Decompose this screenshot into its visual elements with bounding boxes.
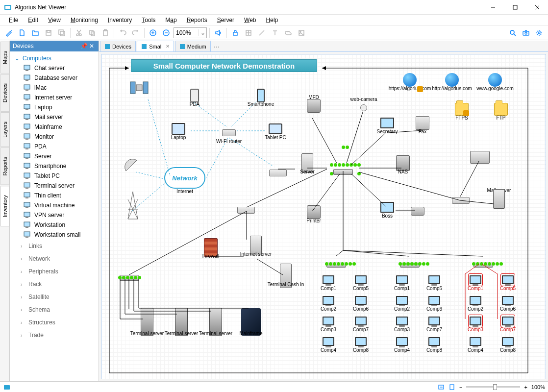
vtab-reports[interactable]: Reports — [0, 147, 9, 185]
tab-small[interactable]: Small✕ — [137, 41, 174, 51]
close-button[interactable] — [526, 0, 548, 15]
tree-group[interactable]: ›Schema — [10, 303, 99, 316]
vtab-maps[interactable]: Maps — [0, 42, 9, 74]
node-satellite[interactable] — [124, 79, 155, 97]
network-canvas[interactable]: Small Computer Network Demonstration htt… — [101, 54, 546, 379]
node-switch-g3[interactable] — [466, 256, 500, 274]
tab-devices[interactable]: Devices — [100, 41, 136, 51]
node-computer[interactable]: Comp1 — [316, 274, 341, 291]
wizard-button[interactable] — [3, 27, 15, 39]
node-phone[interactable] — [405, 205, 430, 217]
announce-button[interactable] — [212, 27, 224, 39]
node-computer[interactable]: Comp7 — [349, 315, 373, 332]
web-link[interactable]: https://algorius.com — [398, 74, 422, 91]
tree-item[interactable]: Terminal server — [10, 181, 99, 191]
node-antenna[interactable] — [117, 196, 149, 214]
copy-button[interactable] — [86, 27, 98, 39]
node-mfd[interactable]: MFD — [301, 95, 326, 112]
node-nas[interactable]: NAS — [391, 157, 415, 174]
node-computer[interactable]: Comp2 — [316, 294, 341, 312]
node-computer[interactable]: Comp8 — [422, 336, 447, 353]
node-computer[interactable]: Comp1 — [390, 274, 414, 291]
tree-item[interactable]: Server — [10, 151, 99, 161]
web-link[interactable]: www.google.com — [483, 74, 507, 91]
tree-item[interactable]: Workstation small — [10, 230, 99, 240]
node-computer[interactable]: Comp7 — [422, 315, 447, 332]
tree-group[interactable]: ›Links — [10, 240, 99, 252]
zoom-slider[interactable] — [466, 386, 520, 388]
node-mainframe[interactable]: Mainframe — [234, 313, 268, 336]
node-secretary[interactable]: Secretary — [375, 117, 399, 134]
node-computer[interactable]: Comp3 — [463, 315, 488, 332]
node-computer[interactable]: Comp3 — [390, 315, 414, 332]
tree-item[interactable]: Thin client — [10, 191, 99, 200]
fit-page-icon[interactable] — [448, 384, 455, 391]
tree-item[interactable]: Virtual machine — [10, 200, 99, 210]
screenshot-button[interactable] — [520, 27, 532, 39]
redo-button[interactable] — [130, 27, 142, 39]
tree-group[interactable]: ›Peripherals — [10, 265, 99, 278]
menu-monitoring[interactable]: Monitoring — [66, 15, 103, 25]
save-all-button[interactable] — [56, 27, 68, 39]
menu-web[interactable]: Web — [239, 15, 261, 25]
lock-button[interactable] — [229, 27, 241, 39]
node-laptop[interactable]: Laptop — [166, 123, 191, 140]
node-fax[interactable]: Fax — [410, 117, 435, 134]
node-dish[interactable] — [116, 157, 148, 175]
grid-button[interactable] — [243, 27, 254, 39]
close-tab-icon[interactable]: ✕ — [166, 44, 170, 49]
tree-item[interactable]: Chat server — [10, 63, 99, 73]
node-computer[interactable]: Comp6 — [496, 294, 520, 312]
node-computer[interactable]: Comp8 — [496, 336, 520, 353]
node-computer[interactable]: Comp4 — [390, 336, 414, 353]
zoom-out-button[interactable] — [160, 27, 172, 39]
node-computer[interactable]: Comp1 — [463, 274, 488, 291]
node-switch-g2[interactable] — [393, 256, 427, 274]
vtab-devices[interactable]: Devices — [0, 74, 9, 112]
vtab-inventory[interactable]: Inventory — [0, 186, 9, 226]
menu-inventory[interactable]: Inventory — [103, 15, 137, 25]
node-computer[interactable]: Comp2 — [463, 294, 488, 312]
folder-ftp[interactable]: FTP — [489, 103, 513, 121]
node-computer[interactable]: Comp6 — [349, 294, 373, 312]
node-plotter[interactable] — [460, 148, 499, 166]
undo-button[interactable] — [117, 27, 128, 39]
zoom-minus[interactable]: − — [459, 384, 462, 390]
node-computer[interactable]: Comp8 — [349, 336, 373, 353]
node-computer[interactable]: Comp5 — [422, 274, 447, 291]
menu-map[interactable]: Map — [160, 15, 181, 25]
node-internet-server[interactable]: Internet server — [244, 240, 268, 257]
node-webcam[interactable]: web-camera — [351, 97, 376, 114]
tab-overflow[interactable]: ⋯ — [212, 43, 222, 51]
vtab-layers[interactable]: Layers — [0, 112, 9, 147]
tree-item[interactable]: VPN server — [10, 210, 99, 220]
open-button[interactable] — [29, 27, 41, 39]
menu-view[interactable]: View — [43, 15, 66, 25]
cloud-tool-button[interactable] — [282, 27, 294, 39]
maximize-button[interactable] — [504, 0, 526, 15]
node-computer[interactable]: Comp4 — [463, 336, 488, 353]
folder-ftps[interactable]: FTPS — [449, 103, 474, 121]
node-computer[interactable]: Comp6 — [422, 294, 447, 312]
node-computer[interactable]: Comp5 — [349, 274, 373, 291]
node-computer[interactable]: Comp2 — [390, 294, 414, 312]
tab-medium[interactable]: Medium — [175, 41, 211, 51]
node-wifi-router[interactable]: Wi-Fi router — [217, 127, 241, 144]
menu-tools[interactable]: Tools — [137, 15, 160, 25]
fit-width-icon[interactable] — [438, 384, 445, 391]
new-button[interactable] — [16, 27, 28, 39]
node-computer[interactable]: Comp4 — [316, 336, 341, 353]
node-server[interactable]: Server — [295, 157, 320, 174]
image-tool-button[interactable] — [296, 27, 307, 39]
menu-file[interactable]: File — [4, 15, 23, 25]
node-small-switch[interactable] — [448, 192, 473, 209]
pin-icon[interactable]: 📌 — [80, 42, 88, 50]
tree-group[interactable]: ›Satellite — [10, 291, 99, 303]
node-terminal-server[interactable]: Terminal server — [164, 313, 199, 336]
device-tree[interactable]: ⌄ Computers Chat serverDatabase serveriM… — [10, 51, 99, 381]
tree-item[interactable]: PDA — [10, 142, 99, 151]
paste-button[interactable] — [100, 27, 111, 39]
save-button[interactable] — [43, 27, 54, 39]
node-router2[interactable] — [234, 201, 258, 219]
tree-item[interactable]: Internet server — [10, 93, 99, 102]
